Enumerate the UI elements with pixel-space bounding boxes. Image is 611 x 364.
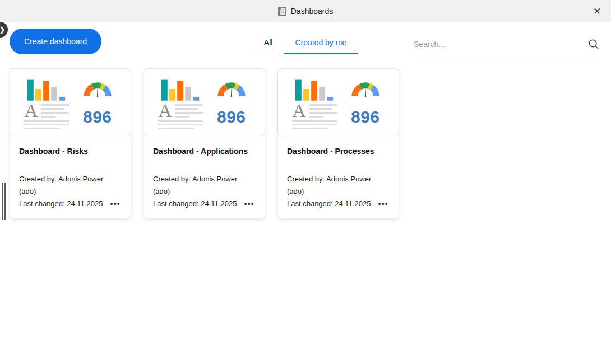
panel-resize-handle[interactable] [2, 183, 6, 220]
letter-glyph: A [292, 102, 306, 120]
dashboard-card-applications[interactable]: A 896 Dashboard - Applications [144, 68, 265, 219]
card-menu-button[interactable]: ••• [109, 198, 122, 210]
dashboard-thumbnail: A 896 [10, 68, 131, 136]
metric-value: 896 [83, 108, 112, 127]
window-title: Dashboards [291, 7, 334, 16]
card-created-by: Created by: Adonis Power (ado) [153, 173, 256, 198]
dashboard-card-processes[interactable]: A 896 Dashboard - Processes Cre [277, 68, 399, 219]
tab-bar: All Created by me [253, 32, 358, 54]
card-title: Dashboard - Risks [19, 147, 122, 156]
window-titlebar: Dashboards ✕ [0, 0, 611, 22]
gauge-icon [81, 79, 114, 100]
card-body: Dashboard - Risks Created by: Adonis Pow… [10, 136, 131, 218]
dashboard-card-list: A 896 Dashboard - Risks Created [0, 54, 611, 219]
search-input[interactable] [414, 40, 586, 49]
card-last-changed: Last changed: 24.11.2025 [19, 198, 103, 210]
dashboard-thumbnail: A 896 [144, 68, 265, 136]
tab-created-by-me[interactable]: Created by me [284, 32, 358, 54]
chevron-right-icon: ❯ [0, 26, 5, 34]
bar-chart-icon [27, 76, 66, 102]
create-dashboard-button[interactable]: Create dashboard [10, 29, 101, 54]
dashboard-card-risks[interactable]: A 896 Dashboard - Risks Created [10, 68, 131, 219]
search-icon [587, 38, 600, 50]
card-last-changed: Last changed: 24.11.2025 [287, 198, 371, 210]
metric-value: 896 [351, 108, 380, 127]
card-body: Dashboard - Processes Created by: Adonis… [278, 136, 399, 218]
bar-chart-icon [161, 76, 200, 102]
bar-chart-icon [295, 76, 334, 102]
card-created-by: Created by: Adonis Power (ado) [19, 173, 122, 198]
close-icon: ✕ [593, 6, 601, 17]
dashboards-icon [278, 7, 287, 16]
text-widget-icon: A [24, 102, 69, 132]
window-title-group: Dashboards [278, 7, 334, 16]
text-widget-icon: A [292, 102, 337, 132]
card-menu-button[interactable]: ••• [377, 198, 390, 210]
gauge-icon [215, 79, 248, 100]
letter-glyph: A [158, 102, 172, 120]
card-body: Dashboard - Applications Created by: Ado… [144, 136, 265, 218]
dashboard-thumbnail: A 896 [277, 68, 399, 136]
close-button[interactable]: ✕ [587, 0, 607, 22]
text-widget-icon: A [158, 102, 203, 132]
card-created-by: Created by: Adonis Power (ado) [287, 173, 390, 198]
header-left: Create dashboard [10, 29, 253, 54]
tab-all[interactable]: All [253, 32, 284, 54]
letter-glyph: A [24, 102, 38, 120]
search-button[interactable] [586, 38, 601, 50]
metric-value: 896 [217, 108, 246, 127]
header-right [358, 38, 601, 54]
search-box [414, 38, 601, 54]
card-menu-button[interactable]: ••• [243, 198, 256, 210]
card-title: Dashboard - Applications [153, 147, 256, 156]
gauge-icon [349, 79, 382, 100]
card-last-changed: Last changed: 24.11.2025 [153, 198, 237, 210]
card-title: Dashboard - Processes [287, 147, 390, 156]
header-row: Create dashboard All Created by me [0, 22, 611, 54]
